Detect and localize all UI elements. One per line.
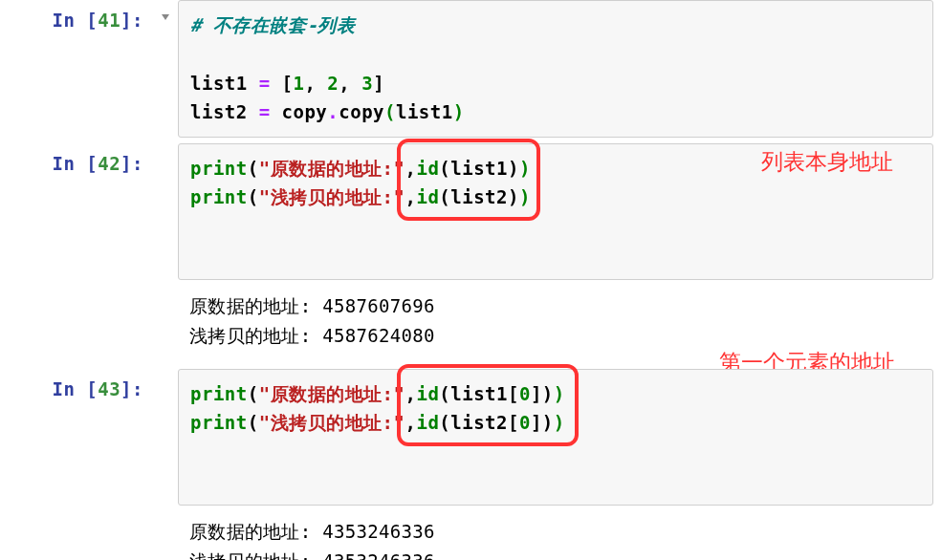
- code-token: id: [416, 186, 439, 207]
- code-token: (: [248, 412, 259, 433]
- code-token: list1: [450, 383, 508, 404]
- code-token: "原数据的地址:": [259, 158, 405, 179]
- code-token: list1: [190, 73, 248, 94]
- output-cell-43: 原数据的地址: 4353246336 浅拷贝的地址: 4353246336: [0, 511, 941, 560]
- output-cell-42: 原数据的地址: 4587607696 浅拷贝的地址: 4587624080: [0, 286, 941, 352]
- code-token: print: [190, 412, 248, 433]
- code-token: 2: [327, 73, 339, 94]
- code-token: print: [190, 186, 248, 207]
- output-text: 原数据的地址: 4353246336 浅拷贝的地址: 4353246336: [178, 511, 941, 560]
- prompt-suffix: ]:: [120, 153, 143, 174]
- code-token: list2: [450, 186, 508, 207]
- code-token: (: [439, 383, 450, 404]
- code-token: (: [248, 158, 259, 179]
- output-line: 原数据的地址: 4353246336: [189, 521, 435, 542]
- prompt-label: In [42]:: [0, 143, 153, 174]
- code-token: ]: [531, 383, 542, 404]
- prompt-label: In [41]:: [0, 0, 153, 31]
- code-token: copy: [339, 101, 384, 122]
- code-token: ): [542, 412, 554, 433]
- code-token: [: [508, 383, 519, 404]
- fold-toggle[interactable]: [153, 0, 178, 23]
- input-cell-43: In [43]: print("原数据的地址:",id(list1[0])) p…: [0, 369, 941, 506]
- code-token: 0: [519, 383, 531, 404]
- code-token: list1: [450, 158, 508, 179]
- prompt-spacer: [0, 511, 153, 521]
- code-token: ,: [405, 186, 416, 207]
- code-input[interactable]: # 不存在嵌套-列表 list1 = [1, 2, 3] list2 = cop…: [178, 0, 933, 138]
- code-token: list1: [396, 101, 453, 122]
- fold-spacer: [153, 511, 178, 523]
- code-token: ): [542, 383, 554, 404]
- input-cell-42: In [42]: print("原数据的地址:",id(list1)) prin…: [0, 143, 941, 281]
- code-token: (: [439, 186, 450, 207]
- code-token: (: [384, 101, 396, 122]
- code-token: ): [453, 101, 465, 122]
- code-token: =: [248, 73, 282, 94]
- prompt-suffix: ]:: [120, 378, 143, 399]
- code-token: [: [282, 73, 294, 94]
- code-comment: # 不存在嵌套-列表: [190, 14, 355, 35]
- code-token: list2: [190, 101, 248, 122]
- code-token: id: [416, 158, 439, 179]
- prompt-label: In [43]:: [0, 369, 153, 399]
- code-token: list2: [450, 412, 508, 433]
- code-token: "原数据的地址:": [259, 383, 405, 404]
- code-token: id: [416, 383, 439, 404]
- prompt-number: 42: [98, 153, 120, 174]
- code-token: ,: [405, 383, 416, 404]
- code-input[interactable]: print("原数据的地址:",id(list1)) print("浅拷贝的地址…: [178, 143, 933, 281]
- code-token: ,: [304, 73, 327, 94]
- prompt-prefix: In [: [52, 153, 98, 174]
- code-token: print: [190, 383, 248, 404]
- code-token: ): [508, 158, 519, 179]
- output-text: 原数据的地址: 4587607696 浅拷贝的地址: 4587624080: [178, 286, 941, 352]
- code-token: ,: [339, 73, 361, 94]
- code-token: ): [554, 412, 565, 433]
- code-token: (: [248, 383, 259, 404]
- code-token: 3: [361, 73, 373, 94]
- code-token: print: [190, 158, 248, 179]
- output-line: 浅拷贝的地址: 4587624080: [189, 325, 435, 346]
- chevron-down-icon: [160, 11, 171, 23]
- code-token: 0: [519, 412, 531, 433]
- code-input[interactable]: print("原数据的地址:",id(list1[0])) print("浅拷贝…: [178, 369, 933, 506]
- input-cell-41: In [41]: # 不存在嵌套-列表 list1 = [1, 2, 3] li…: [0, 0, 941, 138]
- fold-spacer: [153, 143, 178, 155]
- code-token: ): [508, 186, 519, 207]
- code-token: ): [554, 383, 565, 404]
- highlight-box-1: [397, 139, 540, 221]
- output-line: 原数据的地址: 4587607696: [189, 295, 435, 316]
- prompt-number: 41: [98, 10, 120, 31]
- code-token: [: [508, 412, 519, 433]
- code-token: =: [248, 101, 282, 122]
- code-token: 1: [293, 73, 304, 94]
- code-token: id: [416, 412, 439, 433]
- prompt-prefix: In [: [52, 378, 98, 399]
- code-token: (: [439, 158, 450, 179]
- code-token: ): [519, 186, 531, 207]
- code-token: (: [248, 186, 259, 207]
- code-token: ,: [405, 412, 416, 433]
- fold-spacer: [153, 369, 178, 380]
- highlight-box-2: [397, 364, 579, 446]
- svg-marker-0: [162, 14, 169, 20]
- code-token: "浅拷贝的地址:": [259, 412, 405, 433]
- fold-spacer: [153, 286, 178, 297]
- code-token: ): [519, 158, 531, 179]
- code-token: (: [439, 412, 450, 433]
- code-token: .: [327, 101, 339, 122]
- prompt-prefix: In [: [52, 10, 98, 31]
- prompt-spacer: [0, 286, 153, 295]
- code-token: ]: [531, 412, 542, 433]
- code-token: copy: [282, 101, 328, 122]
- code-token: ]: [373, 73, 384, 94]
- prompt-suffix: ]:: [120, 10, 143, 31]
- code-token: "浅拷贝的地址:": [259, 186, 405, 207]
- output-line: 浅拷贝的地址: 4353246336: [189, 550, 435, 560]
- prompt-number: 43: [98, 378, 120, 399]
- code-token: ,: [405, 158, 416, 179]
